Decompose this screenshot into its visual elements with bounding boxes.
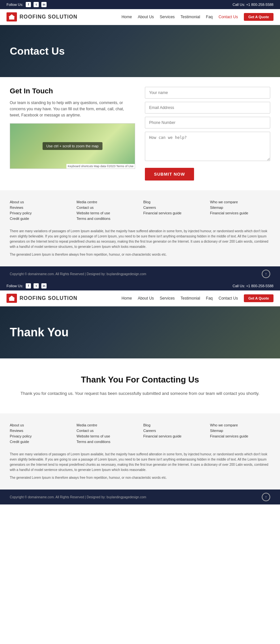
email-input[interactable] <box>145 102 270 114</box>
phone-number-2: +1 800-258-5588 <box>246 284 273 288</box>
footer-link-terms-use[interactable]: Website terms of use <box>77 211 137 215</box>
scroll-top-button-2[interactable]: ↑ <box>262 493 270 501</box>
nav2-home[interactable]: Home <box>121 296 132 301</box>
nav-faq[interactable]: Faq <box>206 15 213 19</box>
thankyou-heading: Thank You For Contacting Us <box>10 375 270 385</box>
submit-button[interactable]: SUBMIT NOW <box>145 168 194 181</box>
instagram-icon-2[interactable]: in <box>41 283 47 288</box>
hero-title-1: Contact Us <box>10 45 65 57</box>
footer-col-2: Media centre Contact us Website terms of… <box>77 200 137 222</box>
footer2-link-reviews[interactable]: Reviews <box>10 429 70 433</box>
contact-description: Our team is standing by to help with any… <box>10 100 135 119</box>
logo-text: ROOFING SOLUTION <box>20 14 77 20</box>
footer2-col-3: Blog Careers Financial services guide <box>143 423 203 445</box>
footer-col-4: Who we compare Sitemap Financial service… <box>210 200 270 222</box>
nav-about[interactable]: About Us <box>138 15 154 19</box>
thankyou-content: Thank You For Contacting Us Thank you fo… <box>0 358 280 413</box>
footer2-link-credit[interactable]: Credit guide <box>10 440 70 444</box>
footer-bottom-1: Copyright © domainname.com. All Rights R… <box>0 266 280 281</box>
call-label: Call Us: <box>232 3 245 7</box>
footer-bottom-2: Copyright © domainname.com. All Rights R… <box>0 490 280 504</box>
map-container[interactable]: Use ctrl + scroll to zoom the map Keyboa… <box>10 123 135 169</box>
scroll-top-button-1[interactable]: ↑ <box>262 270 270 278</box>
footer-cols-2: About us Reviews Privacy policy Credit g… <box>10 423 270 445</box>
footer-link-credit[interactable]: Credit guide <box>10 217 70 221</box>
logo-2: ROOFING SOLUTION <box>7 294 77 303</box>
footer2-link-compare[interactable]: Who we compare <box>210 423 270 427</box>
footer-link-media[interactable]: Media centre <box>77 200 137 204</box>
footer-link-contact[interactable]: Contact us <box>77 206 137 209</box>
get-quote-button-1[interactable]: Get A Quote <box>244 13 273 21</box>
nav-testimonial[interactable]: Testimonial <box>181 15 200 19</box>
footer2-link-sitemap[interactable]: Sitemap <box>210 429 270 433</box>
footer-link-privacy[interactable]: Privacy policy <box>10 211 70 215</box>
footer-link-compare[interactable]: Who we compare <box>210 200 270 204</box>
svg-marker-0 <box>8 14 15 17</box>
svg-rect-1 <box>9 17 14 20</box>
footer2-link-about[interactable]: About us <box>10 423 70 427</box>
name-input[interactable] <box>145 87 270 99</box>
thankyou-hero-title: Thank You <box>10 326 69 339</box>
twitter-icon[interactable]: t <box>34 2 39 7</box>
footer-col-1: About us Reviews Privacy policy Credit g… <box>10 200 70 222</box>
email-field-group <box>145 102 270 114</box>
phone-input[interactable] <box>145 117 270 128</box>
footer2-col-2: Media centre Contact us Website terms of… <box>77 423 137 445</box>
footer-col-3: Blog Careers Financial services guide <box>143 200 203 222</box>
facebook-icon-2[interactable]: f <box>26 283 31 288</box>
nav2-contact[interactable]: Contact Us <box>218 296 238 301</box>
footer-link-terms-cond[interactable]: Terms and conditions <box>77 217 137 221</box>
get-quote-button-2[interactable]: Get A Quote <box>244 294 273 302</box>
phone-number: +1 800-258-5588 <box>246 3 273 7</box>
main-nav-2: Home About Us Services Testimonial Faq C… <box>121 294 273 302</box>
footer-cols-1: About us Reviews Privacy policy Credit g… <box>10 200 270 222</box>
copyright-1: Copyright © domainname.com. All Rights R… <box>10 272 146 276</box>
name-field-group <box>145 87 270 99</box>
footer-link-reviews[interactable]: Reviews <box>10 206 70 209</box>
footer2-col-1: About us Reviews Privacy policy Credit g… <box>10 423 70 445</box>
contact-title: Get In Touch <box>10 87 135 95</box>
footer-link-financial[interactable]: Financial services guide <box>143 211 203 215</box>
footer-link-blog[interactable]: Blog <box>143 200 203 204</box>
top-bar-1: Follow Us: f t in Call Us: +1 800-258-55… <box>0 0 280 9</box>
message-input[interactable] <box>145 132 270 161</box>
footer-2: About us Reviews Privacy policy Credit g… <box>0 413 280 490</box>
twitter-icon-2[interactable]: t <box>34 283 39 288</box>
footer-body-text: There are many variations of passages of… <box>10 229 270 249</box>
contact-section: Get In Touch Our team is standing by to … <box>0 77 280 190</box>
header-2: ROOFING SOLUTION Home About Us Services … <box>0 290 280 306</box>
call-section: Call Us: +1 800-258-5588 <box>232 3 273 7</box>
nav2-faq[interactable]: Faq <box>206 296 213 301</box>
footer-1: About us Reviews Privacy policy Credit g… <box>0 190 280 266</box>
nav-home[interactable]: Home <box>121 15 132 19</box>
follow-us-section: Follow Us: f t in <box>7 2 47 7</box>
footer2-link-media[interactable]: Media centre <box>77 423 137 427</box>
nav-services[interactable]: Services <box>160 15 175 19</box>
footer2-link-terms-cond[interactable]: Terms and conditions <box>77 440 137 444</box>
logo-icon <box>7 12 17 21</box>
footer-link-financial2[interactable]: Financial services guide <box>210 211 270 215</box>
nav-contact[interactable]: Contact Us <box>218 15 238 19</box>
footer-link-sitemap[interactable]: Sitemap <box>210 206 270 209</box>
map-footer: Keyboard shortcuts Map data ©2023 Terms … <box>66 164 135 168</box>
header-1: ROOFING SOLUTION Home About Us Services … <box>0 9 280 25</box>
footer2-link-financial[interactable]: Financial services guide <box>143 434 203 438</box>
footer2-link-financial2[interactable]: Financial services guide <box>210 434 270 438</box>
follow-us-section-2: Follow Us: f t in <box>7 283 47 288</box>
nav2-about[interactable]: About Us <box>138 296 154 301</box>
footer2-link-privacy[interactable]: Privacy policy <box>10 434 70 438</box>
footer2-link-careers[interactable]: Careers <box>143 429 203 433</box>
svg-rect-3 <box>9 298 14 301</box>
footer2-link-blog[interactable]: Blog <box>143 423 203 427</box>
footer-link-careers[interactable]: Careers <box>143 206 203 209</box>
logo-1: ROOFING SOLUTION <box>7 12 77 21</box>
footer2-link-terms-use[interactable]: Website terms of use <box>77 434 137 438</box>
footer2-link-contact[interactable]: Contact us <box>77 429 137 433</box>
facebook-icon[interactable]: f <box>26 2 31 7</box>
nav2-testimonial[interactable]: Testimonial <box>181 296 200 301</box>
footer2-generated-text: The generated Lorem Ipsum is therefore a… <box>10 475 270 480</box>
nav2-services[interactable]: Services <box>160 296 175 301</box>
call-label-2: Call Us: <box>232 284 245 288</box>
footer-link-about[interactable]: About us <box>10 200 70 204</box>
instagram-icon[interactable]: in <box>41 2 47 7</box>
